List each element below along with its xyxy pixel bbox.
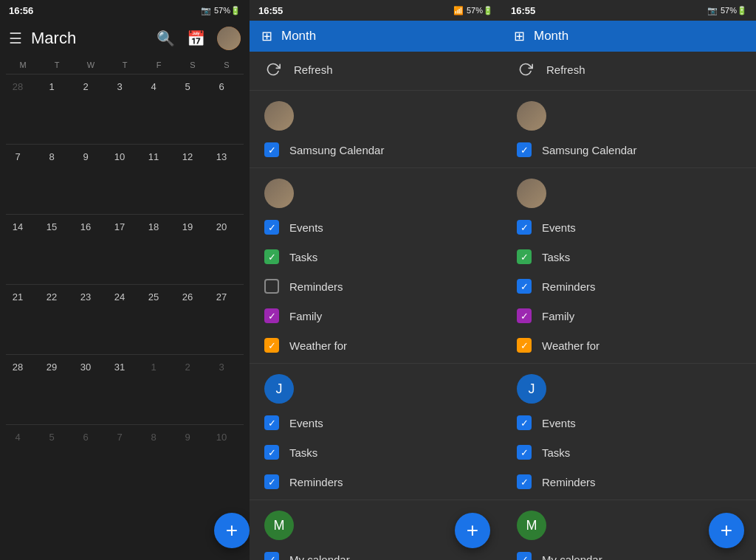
- reminders-item-j[interactable]: ✓ Reminders: [250, 467, 502, 497]
- calendar-day[interactable]: 25: [142, 285, 176, 354]
- right-reminders-cb-j[interactable]: ✓: [517, 474, 532, 489]
- calendar-day[interactable]: 17: [108, 215, 142, 284]
- calendar-day[interactable]: 15: [40, 215, 74, 284]
- calendar-day[interactable]: 16: [74, 215, 108, 284]
- weather-checkbox-1[interactable]: ✓: [264, 338, 279, 353]
- right-tasks-j[interactable]: ✓ Tasks: [502, 438, 756, 467]
- left-battery-icon: 📷: [201, 6, 211, 15]
- events-item-j[interactable]: ✓ Events: [250, 408, 502, 438]
- calendar-day[interactable]: 1: [40, 75, 74, 144]
- tasks-checkbox-j[interactable]: ✓: [264, 445, 279, 460]
- right-family-cb-1[interactable]: ✓: [517, 308, 532, 323]
- tasks-item-1[interactable]: ✓ Tasks: [250, 242, 502, 272]
- right-reminders-1[interactable]: ✓ Reminders: [502, 272, 756, 301]
- calendar-day[interactable]: 31: [108, 355, 142, 424]
- right-events-1[interactable]: ✓ Events: [502, 212, 756, 242]
- calendar-day[interactable]: 11: [142, 145, 176, 214]
- calendar-day[interactable]: 27: [210, 285, 244, 354]
- calendar-day[interactable]: 8: [142, 425, 176, 494]
- right-weather-1[interactable]: ✓ Weather for: [502, 331, 756, 360]
- calendar-day[interactable]: 3: [210, 355, 244, 424]
- right-weather-cb-1[interactable]: ✓: [517, 338, 532, 353]
- middle-menu-panel: 16:55 📶 57%🔋 ⊞ Month Refresh: [250, 0, 502, 560]
- user-avatar[interactable]: [217, 27, 241, 50]
- events-checkbox-j[interactable]: ✓: [264, 415, 279, 430]
- right-add-fab[interactable]: +: [709, 513, 744, 548]
- calendar-day[interactable]: 24: [108, 285, 142, 354]
- calendar-day[interactable]: 6: [210, 75, 244, 144]
- tasks-item-j[interactable]: ✓ Tasks: [250, 438, 502, 467]
- calendar-day[interactable]: 2: [74, 75, 108, 144]
- calendar-day[interactable]: 22: [40, 285, 74, 354]
- calendar-day[interactable]: 6: [74, 425, 108, 494]
- family-item-1[interactable]: ✓ Family: [250, 301, 502, 331]
- right-tasks-cb-1[interactable]: ✓: [517, 249, 532, 264]
- search-icon[interactable]: 🔍: [157, 30, 175, 47]
- middle-menu-header[interactable]: ⊞ Month: [250, 21, 502, 52]
- calendar-day[interactable]: 12: [176, 145, 210, 214]
- calendar-day[interactable]: 26: [176, 285, 210, 354]
- right-my-cal-cb-1[interactable]: ✓: [517, 552, 532, 560]
- refresh-menu-item[interactable]: Refresh: [250, 52, 502, 87]
- samsung-calendar-item[interactable]: ✓ Samsung Calendar: [250, 135, 502, 165]
- calendar-day[interactable]: 7: [6, 145, 40, 214]
- calendar-day[interactable]: 29: [40, 355, 74, 424]
- calendar-day[interactable]: 1: [142, 355, 176, 424]
- right-m-avatar: M: [517, 511, 546, 540]
- right-divider-2: [502, 167, 756, 168]
- calendar-day[interactable]: 14: [6, 215, 40, 284]
- right-status-icons: 📷 57%🔋: [707, 6, 747, 15]
- calendar-day[interactable]: 5: [40, 425, 74, 494]
- right-reminders-cb-1[interactable]: ✓: [517, 279, 532, 294]
- reminders-checkbox-j[interactable]: ✓: [264, 474, 279, 489]
- my-calendar-item-1[interactable]: ✓ My calendar: [250, 545, 502, 560]
- right-family-1[interactable]: ✓ Family: [502, 301, 756, 331]
- right-my-cal-1[interactable]: ✓ My calendar: [502, 545, 756, 560]
- calendar-day[interactable]: 21: [6, 285, 40, 354]
- calendar-day[interactable]: 4: [142, 75, 176, 144]
- calendar-day[interactable]: 13: [210, 145, 244, 214]
- calendar-day[interactable]: 2: [176, 355, 210, 424]
- calendar-day[interactable]: 4: [6, 425, 40, 494]
- events-item-1[interactable]: ✓ Events: [250, 212, 502, 242]
- right-tasks-1[interactable]: ✓ Tasks: [502, 242, 756, 272]
- reminders-checkbox-1[interactable]: [264, 279, 279, 294]
- weather-item-1[interactable]: ✓ Weather for: [250, 331, 502, 360]
- calendar-day[interactable]: 10: [210, 425, 244, 494]
- calendar-day[interactable]: 3: [108, 75, 142, 144]
- hamburger-icon[interactable]: ☰: [9, 30, 22, 47]
- right-tasks-cb-j[interactable]: ✓: [517, 445, 532, 460]
- right-reminders-j[interactable]: ✓ Reminders: [502, 467, 756, 497]
- events-checkbox-1[interactable]: ✓: [264, 220, 279, 235]
- calendar-day[interactable]: 9: [176, 425, 210, 494]
- middle-battery: 57%🔋: [467, 6, 493, 15]
- calendar-day[interactable]: 8: [40, 145, 74, 214]
- left-status-bar: 16:56 📷 57%🔋: [0, 0, 250, 21]
- right-events-j[interactable]: ✓ Events: [502, 408, 756, 438]
- family-checkbox-1[interactable]: ✓: [264, 308, 279, 323]
- calendar-day[interactable]: 28: [6, 355, 40, 424]
- calendar-day[interactable]: 10: [108, 145, 142, 214]
- calendar-day[interactable]: 18: [142, 215, 176, 284]
- calendar-view-icon[interactable]: 📅: [187, 30, 205, 47]
- right-events-cb-1[interactable]: ✓: [517, 220, 532, 235]
- calendar-day[interactable]: 19: [176, 215, 210, 284]
- right-events-cb-j[interactable]: ✓: [517, 415, 532, 430]
- calendar-day[interactable]: 30: [74, 355, 108, 424]
- add-event-fab[interactable]: +: [214, 513, 250, 548]
- calendar-day[interactable]: 9: [74, 145, 108, 214]
- calendar-day[interactable]: 5: [176, 75, 210, 144]
- reminders-item-1[interactable]: Reminders: [250, 272, 502, 301]
- calendar-day[interactable]: 23: [74, 285, 108, 354]
- tasks-checkbox-1[interactable]: ✓: [264, 249, 279, 264]
- right-refresh-item[interactable]: Refresh: [502, 52, 756, 87]
- middle-add-fab[interactable]: +: [455, 513, 490, 548]
- calendar-day[interactable]: 7: [108, 425, 142, 494]
- right-samsung-checkbox[interactable]: ✓: [517, 142, 532, 157]
- my-calendar-checkbox-1[interactable]: ✓: [264, 552, 279, 560]
- samsung-calendar-checkbox[interactable]: ✓: [264, 142, 279, 157]
- calendar-day[interactable]: 20: [210, 215, 244, 284]
- calendar-day[interactable]: 28: [6, 75, 40, 144]
- right-samsung-item[interactable]: ✓ Samsung Calendar: [502, 135, 756, 165]
- right-menu-header[interactable]: ⊞ Month: [502, 21, 756, 52]
